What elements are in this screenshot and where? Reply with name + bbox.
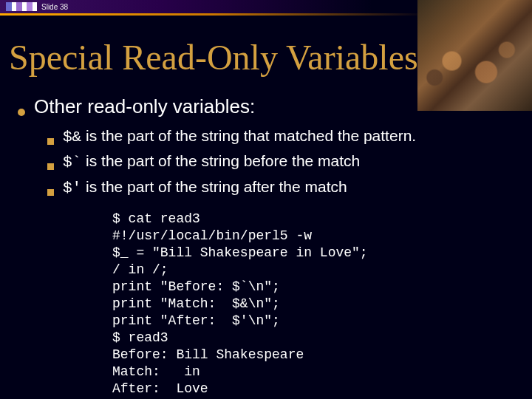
bullet-dot-icon bbox=[18, 109, 25, 116]
code-var: $` bbox=[63, 154, 81, 171]
bullet-square-icon bbox=[47, 163, 54, 170]
bullet-square-icon bbox=[47, 189, 54, 196]
code-block: $ cat read3 #!/usr/local/bin/perl5 -w $_… bbox=[112, 211, 520, 398]
bullet-level2-text: $` is the part of the string before the … bbox=[63, 151, 360, 173]
bullet-level2-text: $& is the part of the string that matche… bbox=[63, 126, 416, 148]
bullet-level2-text: $' is the part of the string after the m… bbox=[63, 177, 347, 199]
decorative-painting bbox=[417, 0, 532, 111]
bullet-level2: $` is the part of the string before the … bbox=[47, 151, 520, 173]
slide-content: Other read-only variables: $& is the par… bbox=[18, 95, 520, 398]
bullet-square-icon bbox=[47, 138, 54, 145]
slide-number: Slide 38 bbox=[41, 3, 68, 11]
header-logo bbox=[6, 2, 37, 11]
bullet-level2: $& is the part of the string that matche… bbox=[47, 126, 520, 148]
bullet-level1-text: Other read-only variables: bbox=[34, 95, 255, 118]
bullet-level2: $' is the part of the string after the m… bbox=[47, 177, 520, 199]
code-var: $& bbox=[63, 129, 81, 146]
code-var: $' bbox=[63, 180, 81, 197]
